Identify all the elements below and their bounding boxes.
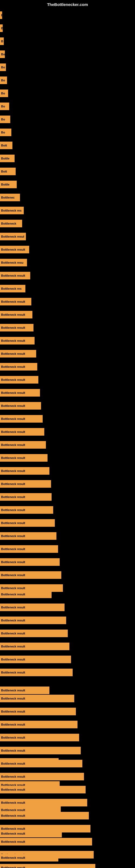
bar-item-8: Bo	[0, 102, 9, 110]
bar-item-31: Bottleneck result	[0, 402, 41, 410]
bar-item-44: Bottleneck result	[0, 571, 61, 579]
bar-item-41: Bottleneck result	[0, 532, 56, 540]
bar-item-12: Bottle	[0, 155, 14, 162]
bar-item-33: Bottleneck result	[0, 428, 44, 436]
bar-item-14: Bottle	[0, 181, 17, 188]
bar-item-50: Bottleneck result	[0, 643, 70, 650]
site-title: TheBottlenecker.com	[47, 2, 88, 7]
bar-item-68: Bottleneck result	[0, 830, 62, 837]
bar-item-26: Bottleneck result	[0, 337, 35, 344]
bar-item-10: Bo	[0, 129, 11, 136]
bar-item-55: Bottleneck result	[0, 708, 76, 715]
bar-item-52: Bottleneck result	[0, 669, 73, 676]
bar-item-29: Bottleneck result	[0, 376, 38, 383]
bar-item-22: Bottleneck res	[0, 285, 26, 292]
bar-item-25: Bottleneck result	[0, 324, 34, 332]
bar-item-16: Bottleneck res	[0, 207, 24, 214]
bar-item-47: Bottleneck result	[0, 603, 64, 611]
bar-item-38: Bottleneck result	[0, 493, 52, 501]
bar-item-64: Bottleneck result	[0, 799, 87, 806]
bar-item-3: B	[0, 37, 4, 45]
bar-item-63: Bottleneck result	[0, 786, 86, 794]
bar-item-49: Bottleneck result	[0, 629, 68, 637]
bar-item-13: Bott	[0, 167, 16, 175]
bar-item-46: Bottleneck result	[0, 590, 52, 598]
bar-item-15: Bottlenec	[0, 194, 20, 201]
bar-item-5: Bo	[0, 63, 6, 71]
bar-item-32: Bottleneck result	[0, 415, 43, 423]
bar-item-20: Bottleneck resu	[0, 259, 27, 267]
bar-item-18: Bottleneck resul	[0, 233, 26, 240]
bar-item-39: Bottleneck result	[0, 506, 53, 514]
bar-item-11: Bott	[0, 142, 12, 149]
bar-item-60: Bottleneck result	[0, 760, 82, 767]
bar-item-30: Bottleneck result	[0, 389, 40, 397]
bar-item-1: B	[0, 11, 2, 19]
bar-item-27: Bottleneck result	[0, 350, 36, 358]
bar-item-23: Bottleneck result	[0, 298, 31, 305]
bar-item-21: Bottleneck result	[0, 272, 30, 279]
bar-item-48: Bottleneck result	[0, 617, 66, 624]
bar-item-35: Bottleneck result	[0, 454, 48, 462]
bar-item-42: Bottleneck result	[0, 545, 58, 553]
bar-item-7: Bo	[0, 90, 8, 97]
bar-item-9: Bo	[0, 116, 10, 123]
bar-item-57: Bottleneck result	[0, 734, 79, 741]
bar-item-17: Bottleneck	[0, 220, 22, 227]
bar-item-72: Bottleneck result	[0, 864, 95, 868]
bar-item-40: Bottleneck result	[0, 519, 55, 527]
bar-item-28: Bottleneck result	[0, 363, 37, 371]
bar-item-43: Bottleneck result	[0, 558, 60, 566]
bar-item-61: Bottleneck result	[0, 773, 84, 780]
bar-item-58: Bottleneck result	[0, 747, 81, 754]
bar-item-66: Bottleneck result	[0, 812, 89, 819]
bar-item-2: B	[0, 24, 3, 32]
bar-item-34: Bottleneck result	[0, 441, 46, 448]
bar-item-56: Bottleneck result	[0, 721, 78, 728]
bar-item-19: Bottleneck result	[0, 246, 29, 253]
bar-item-24: Bottleneck result	[0, 311, 32, 318]
bar-item-36: Bottleneck result	[0, 467, 49, 475]
bar-item-6: Bo	[0, 76, 7, 84]
bar-item-69: Bottleneck result	[0, 838, 92, 845]
bar-item-71: Bottleneck result	[0, 854, 58, 862]
bar-item-4: Bo	[0, 51, 5, 58]
bar-item-53: Bottleneck result	[0, 686, 49, 694]
bar-item-37: Bottleneck result	[0, 480, 51, 488]
bar-item-54: Bottleneck result	[0, 695, 74, 702]
bar-item-51: Bottleneck result	[0, 656, 71, 663]
